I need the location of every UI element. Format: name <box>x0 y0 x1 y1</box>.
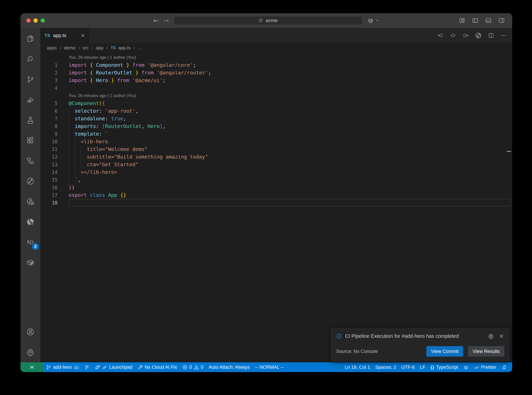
code-line-3[interactable]: 3import { Hero } from '@acme/ui'; <box>40 77 512 84</box>
line-number[interactable]: 6 <box>40 108 69 114</box>
line-number[interactable]: 3 <box>40 78 69 83</box>
breadcrumb-item-demo[interactable]: demo <box>64 45 75 51</box>
line-content[interactable]: ></lib-hero> <box>69 168 512 176</box>
sidebar-item-testing[interactable] <box>21 110 40 130</box>
line-content[interactable]: @Component({ <box>69 99 512 107</box>
line-content[interactable]: <lib-hero <box>69 138 512 145</box>
view-commit-button[interactable]: View Commit <box>426 346 463 357</box>
current-change-icon[interactable] <box>450 32 456 39</box>
customize-layout-icon[interactable] <box>459 17 465 24</box>
line-number[interactable]: 2 <box>40 70 69 76</box>
line-number[interactable]: 16 <box>40 185 69 190</box>
sidebar-item-gitlens[interactable] <box>21 171 40 191</box>
split-editor-icon[interactable] <box>488 32 494 39</box>
line-number[interactable]: 15 <box>40 177 69 182</box>
breadcrumb-symbol[interactable]: … <box>138 45 142 51</box>
breadcrumb-item-app[interactable]: app <box>96 45 103 51</box>
line-number[interactable]: 9 <box>40 131 69 137</box>
status-problems[interactable]: 00 <box>180 362 206 372</box>
code-line-10[interactable]: 10 <lib-hero <box>40 138 512 145</box>
status-language-mode[interactable]: {}TypeScript <box>428 362 461 372</box>
status-copilot-status[interactable] <box>461 362 471 372</box>
view-results-button[interactable]: View Results <box>468 346 504 357</box>
line-content[interactable]: selector: 'app-root', <box>69 107 512 115</box>
line-number[interactable]: 18 <box>40 200 69 205</box>
close-tab-icon[interactable] <box>81 33 85 38</box>
status-vim-mode[interactable]: -- NORMAL -- <box>253 362 286 372</box>
sidebar-item-run-debug[interactable] <box>21 89 40 110</box>
sidebar-item-search[interactable] <box>21 49 40 69</box>
tab-app-ts[interactable]: TS app.ts <box>40 28 89 43</box>
line-number[interactable]: 4 <box>40 85 69 91</box>
sidebar-item-accounts[interactable] <box>21 322 40 342</box>
sidebar-item-nx-console[interactable]: 2 <box>21 232 40 252</box>
line-content[interactable]: }) <box>69 184 512 191</box>
breadcrumb-item-src[interactable]: src <box>82 45 89 51</box>
close-window-button[interactable] <box>27 18 31 23</box>
line-content[interactable]: standalone: true, <box>69 115 512 122</box>
more-actions-icon[interactable] <box>500 32 507 39</box>
code-line-6[interactable]: 6 selector: 'app-root', <box>40 107 512 115</box>
code-line-4[interactable]: 4 <box>40 84 512 92</box>
status-encoding[interactable]: UTF-8 <box>399 362 417 372</box>
line-content[interactable]: imports: [RouterOutlet, Hero], <box>69 122 512 130</box>
code-line-18[interactable]: 18 <box>40 199 512 207</box>
code-line-17[interactable]: 17export class App {} <box>40 191 512 199</box>
status-formatter[interactable]: Prettier <box>471 362 499 372</box>
code-editor[interactable]: You, 26 minutes ago | 1 author (You)1imp… <box>40 53 512 362</box>
sidebar-item-console-ninja[interactable] <box>21 212 40 232</box>
status-eol[interactable]: LF <box>417 362 428 372</box>
line-content[interactable]: import { Hero } from '@acme/ui'; <box>69 77 512 84</box>
next-change-icon[interactable] <box>462 32 469 39</box>
code-line-5[interactable]: 5@Component({ <box>40 99 512 107</box>
minimize-window-button[interactable] <box>33 18 38 23</box>
sidebar-item-extensions[interactable] <box>21 130 40 151</box>
line-number[interactable]: 8 <box>40 124 69 129</box>
line-content[interactable]: template: ` <box>69 130 512 138</box>
code-line-9[interactable]: 9 template: ` <box>40 130 512 138</box>
line-number[interactable]: 10 <box>40 139 69 144</box>
toggle-panel-icon[interactable] <box>485 17 492 24</box>
line-content[interactable]: subtitle="Build something amazing today" <box>69 153 512 161</box>
command-center-search[interactable]: acme <box>173 16 363 25</box>
line-content[interactable]: title="Welcmoe demo" <box>69 145 512 153</box>
sidebar-item-gitlens-inspect[interactable] <box>21 191 40 212</box>
line-number[interactable]: 17 <box>40 192 69 198</box>
line-content[interactable]: import { Component } from '@angular/core… <box>69 61 512 69</box>
code-line-2[interactable]: 2import { RouterOutlet } from '@angular/… <box>40 69 512 77</box>
sidebar-item-source-control[interactable] <box>21 69 40 89</box>
code-line-12[interactable]: 12 subtitle="Build something amazing tod… <box>40 153 512 161</box>
line-number[interactable]: 7 <box>40 116 69 121</box>
sidebar-item-project-graph[interactable] <box>21 151 40 171</box>
line-number[interactable]: 5 <box>40 101 69 106</box>
line-content[interactable]: import { RouterOutlet } from '@angular/r… <box>69 69 512 77</box>
status-indentation[interactable]: Spaces: 2 <box>373 362 399 372</box>
copilot-menu[interactable] <box>367 17 379 24</box>
code-line-7[interactable]: 7 standalone: true, <box>40 115 512 122</box>
remote-indicator[interactable] <box>21 362 43 372</box>
sidebar-item-explorer[interactable] <box>21 28 40 49</box>
line-number[interactable]: 14 <box>40 170 69 175</box>
previous-change-icon[interactable] <box>437 32 444 39</box>
notification-settings-icon[interactable] <box>488 333 494 339</box>
status-cursor-position[interactable]: Ln 18, Col 1 <box>342 362 373 372</box>
status-notifications-bell[interactable] <box>499 362 509 372</box>
line-number[interactable]: 11 <box>40 147 69 152</box>
sidebar-item-containers[interactable] <box>21 252 40 273</box>
line-content[interactable]: `, <box>69 176 512 184</box>
status-auto-attach[interactable]: Auto Attach: Always <box>206 362 253 372</box>
code-line-15[interactable]: 15 `, <box>40 176 512 184</box>
status-commit-graph[interactable] <box>82 362 92 372</box>
breadcrumb-item-apps[interactable]: apps <box>47 45 57 51</box>
line-content[interactable] <box>69 84 512 92</box>
notification-close-icon[interactable] <box>499 333 504 339</box>
navigate-forward-button[interactable]: → <box>163 17 169 24</box>
navigate-back-button[interactable]: ← <box>153 17 159 24</box>
line-number[interactable]: 12 <box>40 154 69 159</box>
toggle-secondary-sidebar-icon[interactable] <box>498 17 505 24</box>
code-line-1[interactable]: 1import { Component } from '@angular/cor… <box>40 61 512 69</box>
breadcrumb-item-file[interactable]: app.ts <box>118 45 131 51</box>
toggle-primary-sidebar-icon[interactable] <box>472 17 478 24</box>
line-content[interactable]: export class App {} <box>69 191 512 199</box>
line-number[interactable]: 1 <box>40 62 69 68</box>
